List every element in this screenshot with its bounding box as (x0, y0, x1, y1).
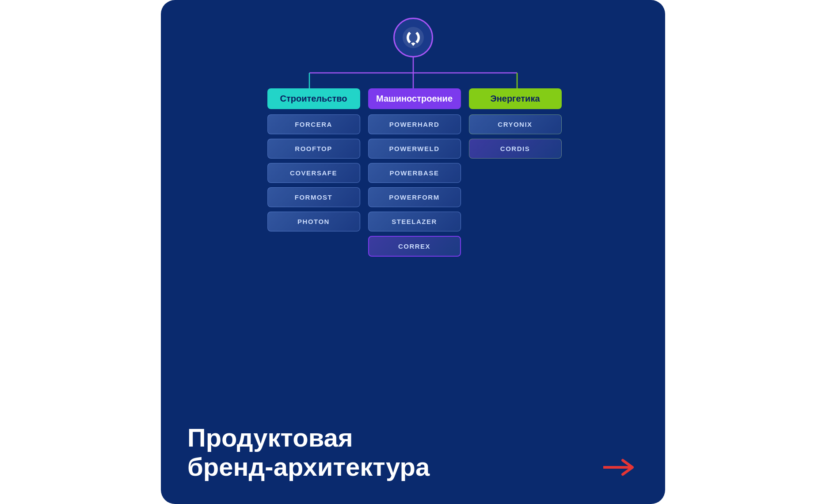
engineering-column: Машиностроение POWERHARD POWERWELD POWER… (368, 88, 461, 261)
brand-photon: PHOTON (267, 212, 360, 231)
arrow-button[interactable] (603, 456, 639, 478)
brand-cryonix: CRYONIX (469, 114, 562, 134)
brand-formost: FORMOST (267, 187, 360, 207)
category-engineering: Машиностроение (368, 88, 461, 109)
headline: Продуктовая бренд-архитектура (187, 423, 430, 482)
category-energy: Энергетика (469, 88, 562, 109)
category-construction: Строительство (267, 88, 360, 109)
bottom-section: Продуктовая бренд-архитектура (187, 410, 639, 482)
main-card: Строительство FORCERA ROOFTOP COVERSAFE … (161, 0, 665, 504)
headline-line2: бренд-архитектура (187, 452, 430, 482)
construction-column: Строительство FORCERA ROOFTOP COVERSAFE … (267, 88, 360, 261)
brand-cordis: CORDIS (469, 139, 562, 159)
brand-powerform: POWERFORM (368, 187, 461, 207)
logo-icon (401, 26, 425, 49)
brand-correx: CORREX (368, 236, 461, 257)
brand-coversafe: COVERSAFE (267, 163, 360, 183)
arrow-icon (603, 458, 639, 477)
logo-circle (393, 18, 433, 57)
architecture-grid: Строительство FORCERA ROOFTOP COVERSAFE … (187, 88, 639, 261)
headline-line1: Продуктовая (187, 423, 430, 453)
brand-rooftop: ROOFTOP (267, 139, 360, 159)
brand-powerbase: POWERBASE (368, 163, 461, 183)
brand-powerhard: POWERHARD (368, 114, 461, 134)
energy-column: Энергетика CRYONIX CORDIS (469, 88, 562, 261)
brand-steelazer: STEELAZER (368, 212, 461, 231)
connector-lines (263, 57, 563, 88)
brand-forcera: FORCERA (267, 114, 360, 134)
brand-powerweld: POWERWELD (368, 139, 461, 159)
